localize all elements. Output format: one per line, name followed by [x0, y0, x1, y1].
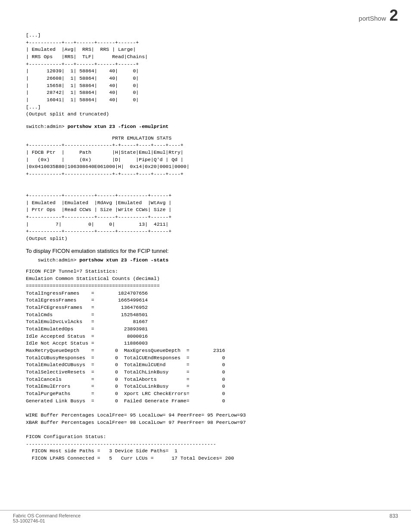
section-block2: PRTR EMULATION STATS +-----------+------…: [26, 135, 385, 243]
footer-left: Fabric OS Command Reference 53-1002746-0…: [13, 513, 81, 523]
page-header: portShow 2: [0, 0, 411, 28]
main-content: [...] +-----------+---+------+------+---…: [0, 28, 411, 475]
footer-doc-number: 53-1002746-01: [13, 518, 81, 523]
command-line-2: switch:admin> portshow xtun 23 -ficon -s…: [26, 257, 385, 264]
footer: Fabric OS Command Reference 53-1002746-0…: [0, 510, 411, 523]
command-prompt-2: switch:admin>: [38, 257, 80, 263]
command-line-1: switch:admin> portshow xtun 23 -ficon -e…: [26, 123, 385, 131]
page-title-area: portShow 2: [359, 8, 398, 23]
footer-page-number: 833: [389, 513, 398, 523]
command-prompt-1: switch:admin>: [26, 124, 68, 129]
page-title-text: portShow: [359, 15, 386, 22]
code-block-3: FICON FCIP Tunnel=7 Statistics: Emulatio…: [26, 268, 385, 462]
section-cmd1: switch:admin> portshow xtun 23 -ficon -e…: [26, 123, 385, 131]
page-number: 2: [389, 8, 398, 23]
command-text-2: portshow xtun 23 -ficon -stats: [79, 257, 168, 263]
command-text-1: portshow xtun 23 -ficon -emulprint: [68, 124, 169, 129]
footer-book-title: Fabric OS Command Reference: [13, 513, 81, 518]
prose-section-ficon: To display FICON emulation statistics fo…: [26, 248, 385, 254]
code-block-2: PRTR EMULATION STATS +-----------+------…: [26, 135, 385, 243]
section-block1: [...] +-----------+---+------+------+---…: [26, 32, 385, 118]
code-block-1: [...] +-----------+---+------+------+---…: [26, 32, 385, 118]
section-cmd2: switch:admin> portshow xtun 23 -ficon -s…: [26, 257, 385, 264]
section-block3: FICON FCIP Tunnel=7 Statistics: Emulatio…: [26, 268, 385, 462]
